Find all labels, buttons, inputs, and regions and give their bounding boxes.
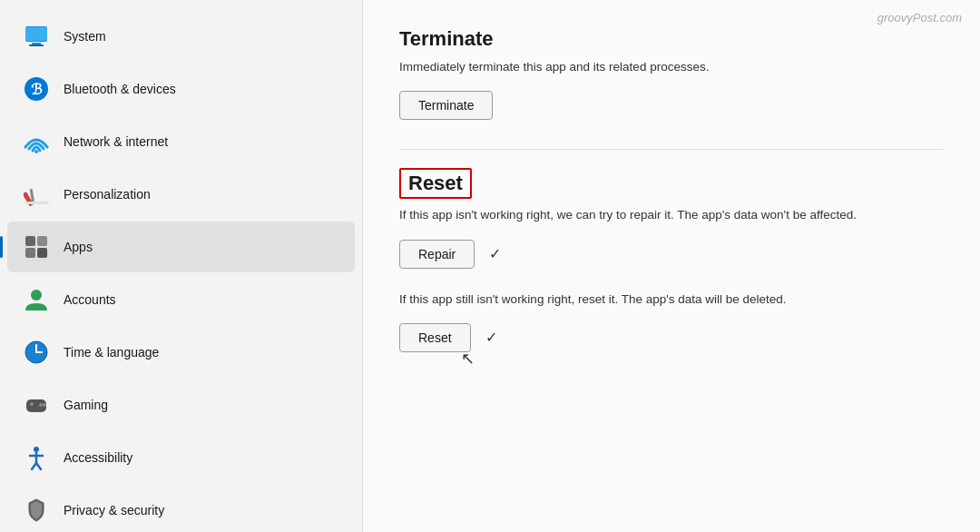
sidebar-item-bluetooth-label: Bluetooth & devices (64, 82, 176, 96)
repair-desc: If this app isn't working right, we can … (399, 206, 944, 224)
bluetooth-icon: ℬ (22, 74, 51, 103)
accessibility-icon (22, 443, 51, 472)
terminate-desc: Immediately terminate this app and its r… (399, 58, 944, 76)
sidebar-item-accounts-label: Accounts (64, 292, 116, 307)
watermark: groovyPost.com (877, 11, 962, 25)
sidebar-item-system-label: System (64, 29, 106, 44)
svg-rect-22 (31, 402, 33, 406)
reset-desc: If this app still isn't working right, r… (399, 291, 944, 309)
reset-title: Reset (399, 168, 944, 199)
reset-button-row: Reset ✓ ↖ (399, 323, 944, 352)
terminate-button[interactable]: Terminate (399, 91, 493, 120)
svg-rect-11 (37, 236, 47, 246)
svg-rect-9 (25, 202, 49, 204)
svg-point-23 (34, 447, 39, 452)
settings-sidebar: System ℬ Bluetooth & devices Network & i… (0, 0, 363, 532)
sidebar-item-gaming-label: Gaming (64, 398, 108, 412)
terminate-section: Terminate Immediately terminate this app… (399, 27, 944, 120)
svg-rect-10 (25, 236, 35, 246)
reset-button[interactable]: Reset (399, 323, 471, 352)
repair-checkmark: ✓ (489, 245, 501, 262)
svg-rect-12 (25, 248, 35, 258)
svg-point-20 (43, 403, 46, 407)
sidebar-item-apps-label: Apps (64, 240, 93, 254)
gaming-icon (22, 390, 51, 419)
sidebar-item-time-label: Time & language (64, 345, 159, 360)
reset-checkmark: ✓ (485, 329, 497, 346)
svg-line-27 (36, 463, 41, 469)
terminate-button-row: Terminate (399, 91, 944, 120)
system-icon (22, 22, 51, 51)
sidebar-item-personalization[interactable]: Personalization (7, 169, 355, 220)
sidebar-item-apps[interactable]: Apps (7, 222, 355, 272)
repair-button[interactable]: Repair (399, 240, 475, 269)
sidebar-item-gaming[interactable]: Gaming (7, 379, 355, 430)
sidebar-item-personalization-label: Personalization (64, 187, 151, 202)
reset-section: Reset If this app isn't working right, w… (399, 168, 944, 352)
svg-text:ℬ: ℬ (31, 82, 43, 97)
svg-point-14 (31, 290, 42, 300)
sidebar-item-accessibility-label: Accessibility (64, 450, 132, 465)
sidebar-item-privacy[interactable]: Privacy & security (7, 485, 355, 532)
privacy-icon (22, 496, 51, 525)
time-icon (22, 338, 51, 367)
apps-icon (22, 232, 51, 261)
sidebar-item-accounts[interactable]: Accounts (7, 274, 355, 325)
sidebar-item-accessibility[interactable]: Accessibility (7, 432, 355, 483)
terminate-title: Terminate (399, 27, 944, 51)
svg-rect-13 (37, 248, 47, 258)
section-divider (399, 149, 944, 150)
sidebar-item-system[interactable]: System (7, 11, 355, 62)
svg-point-19 (39, 403, 43, 407)
sidebar-item-network-label: Network & internet (64, 134, 168, 149)
sidebar-item-network[interactable]: Network & internet (7, 116, 355, 167)
svg-rect-3 (29, 44, 44, 46)
repair-button-row: Repair ✓ (399, 240, 944, 269)
main-content: groovyPost.com Terminate Immediately ter… (363, 0, 980, 532)
sidebar-item-bluetooth[interactable]: ℬ Bluetooth & devices (7, 64, 355, 114)
sidebar-item-time[interactable]: Time & language (7, 327, 355, 378)
accounts-icon (22, 285, 51, 314)
svg-rect-1 (25, 27, 47, 41)
personalization-icon (22, 180, 51, 209)
network-icon (22, 127, 51, 156)
reset-title-box: Reset (399, 168, 472, 199)
svg-point-6 (34, 150, 38, 153)
sidebar-item-privacy-label: Privacy & security (64, 503, 164, 517)
